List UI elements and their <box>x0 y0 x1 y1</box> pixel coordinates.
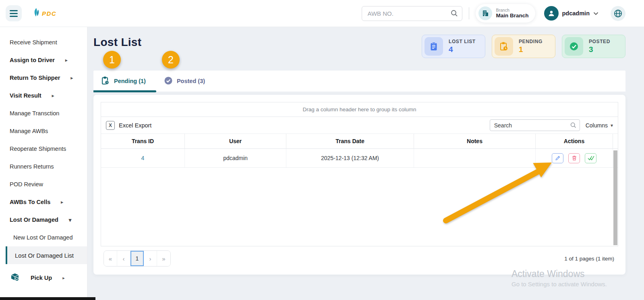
logo-leaf-icon <box>33 8 40 19</box>
arrow-right-icon: ▸ <box>61 200 63 205</box>
sidebar-item-reoperate-shipments[interactable]: Reoperate Shipments <box>0 140 87 158</box>
tab-strip: Pending (1) Posted (3) <box>93 71 625 92</box>
stat-card-pending[interactable]: PENDING 1 <box>492 35 555 58</box>
sidebar-item-label: Return To Shipper <box>10 75 60 81</box>
excel-icon: X <box>106 121 115 130</box>
sidebar-item-label: Lost Or Damaged <box>10 217 58 223</box>
first-page-button[interactable]: « <box>104 251 117 266</box>
next-page-button[interactable]: › <box>144 251 157 266</box>
grid-empty-area <box>101 168 618 246</box>
sidebar-item-return-to-shipper[interactable]: Return To Shipper ▸ <box>0 69 87 87</box>
check-circle-icon <box>565 37 583 56</box>
excel-export-label: Excel Export <box>119 122 151 129</box>
column-header-trans-id[interactable]: Trans ID <box>101 134 185 148</box>
search-icon[interactable] <box>570 122 577 130</box>
grid-search-input[interactable] <box>490 119 580 131</box>
annotation-badge-1: 1 <box>103 51 121 69</box>
sidebar-item-pod-review[interactable]: POD Review <box>0 175 87 193</box>
column-header-user[interactable]: User <box>185 134 286 148</box>
sidebar: Receive Shipment Assign to Driver ▸ Retu… <box>0 27 87 300</box>
tab-posted[interactable]: Posted (3) <box>156 71 215 92</box>
table-row: 4 pdcadmin 2025-12-13 (12:32 AM) <box>101 149 618 168</box>
branch-name: Main Branch <box>496 12 529 19</box>
sidebar-item-pick-up[interactable]: Pick Up ▸ <box>0 269 87 287</box>
grid-search-box <box>490 119 580 131</box>
stat-label: LOST LIST <box>449 39 476 45</box>
sidebar-item-label: POD Review <box>10 181 43 188</box>
excel-export-button[interactable]: X Excel Export <box>106 121 151 130</box>
sidebar-item-label: Manage AWBs <box>10 128 48 134</box>
caret-down-icon: ▾ <box>611 123 613 128</box>
pagination-info: 1 of 1 pages (1 item) <box>564 256 614 262</box>
tab-label: Pending (1) <box>114 78 146 84</box>
sidebar-item-label: Receive Shipment <box>10 39 57 46</box>
awb-search-box <box>362 6 462 21</box>
awb-search-input[interactable] <box>362 6 462 21</box>
sidebar-item-label: New Lost Or Damaged <box>13 234 72 241</box>
sidebar-item-label: Reoperate Shipments <box>10 146 66 152</box>
sidebar-item-manage-transction[interactable]: Manage Transction <box>0 104 87 122</box>
menu-icon[interactable] <box>6 5 22 21</box>
page-number-button[interactable]: 1 <box>130 251 144 266</box>
columns-label: Columns <box>586 122 608 129</box>
cell-user: pdcadmin <box>185 149 286 167</box>
grid-toolbar: X Excel Export <box>101 117 618 134</box>
sidebar-item-label: AWBs To Cells <box>10 199 50 205</box>
sidebar-item-visit-result[interactable]: Visit Result ▸ <box>0 87 87 104</box>
username: pdcadmin <box>562 10 590 17</box>
arrow-right-icon: ▸ <box>65 58 68 63</box>
last-page-button[interactable]: » <box>157 251 170 266</box>
columns-chooser-button[interactable]: Columns ▾ <box>586 122 613 129</box>
sidebar-item-lost-or-damaged-list[interactable]: Lost Or Damaged List <box>6 246 87 264</box>
bottom-edge-bar <box>0 297 95 300</box>
arrow-right-icon: ▸ <box>62 275 65 281</box>
stat-value: 1 <box>519 45 543 54</box>
sidebar-item-manage-awbs[interactable]: Manage AWBs <box>0 122 87 140</box>
prev-page-button[interactable]: ‹ <box>117 251 130 266</box>
sidebar-item-label: Runners Returns <box>10 163 54 170</box>
user-menu[interactable]: pdcadmin <box>544 6 598 21</box>
column-header-trans-date[interactable]: Trans Date <box>286 134 414 148</box>
tab-pending[interactable]: Pending (1) <box>93 71 156 92</box>
sidebar-item-label: Assign to Driver <box>10 57 55 63</box>
column-header-actions[interactable]: Actions <box>536 134 613 148</box>
sidebar-item-label: Visit Result <box>10 92 41 99</box>
search-icon[interactable] <box>450 9 458 19</box>
pagination-bar: « ‹ 1 › » 1 of 1 pages (1 item) <box>101 250 618 267</box>
branch-selector[interactable]: Branch Main Branch <box>476 4 535 23</box>
sidebar-item-new-lost-or-damaged[interactable]: New Lost Or Damaged <box>0 229 87 246</box>
cell-trans-date: 2025-12-13 (12:32 AM) <box>286 149 414 167</box>
delete-button[interactable] <box>568 153 580 163</box>
app-logo[interactable]: PDC <box>33 8 56 19</box>
sidebar-item-lost-or-damaged[interactable]: Lost Or Damaged ▾ <box>0 211 87 229</box>
sidebar-item-label: Pick Up <box>31 275 52 281</box>
user-avatar-icon <box>544 6 559 21</box>
language-globe-icon[interactable] <box>611 6 625 21</box>
approve-button[interactable] <box>585 153 596 163</box>
clipboard-clock-icon <box>101 76 110 87</box>
stat-card-lost-list[interactable]: LOST LIST 4 <box>422 35 485 58</box>
stat-value: 3 <box>589 45 610 54</box>
tab-label: Posted (3) <box>177 78 205 84</box>
column-header-notes[interactable]: Notes <box>414 134 536 148</box>
sidebar-item-label: Manage Transction <box>10 110 59 117</box>
sidebar-item-runners-returns[interactable]: Runners Returns <box>0 158 87 175</box>
trans-id-link[interactable]: 4 <box>141 155 145 161</box>
vertical-scrollbar[interactable] <box>613 150 617 245</box>
sidebar-item-assign-to-driver[interactable]: Assign to Driver ▸ <box>0 51 87 69</box>
branch-label: Branch <box>496 8 529 12</box>
sidebar-item-receive-shipment[interactable]: Receive Shipment <box>0 33 87 51</box>
scroll-gutter <box>613 134 618 148</box>
sidebar-item-label: Lost Or Damaged List <box>15 252 74 259</box>
clipboard-clock-icon <box>495 37 513 56</box>
arrow-right-icon: ▸ <box>52 93 54 98</box>
arrow-right-icon: ▸ <box>70 75 73 81</box>
stat-card-posted[interactable]: POSTED 3 <box>562 35 625 58</box>
edit-button[interactable] <box>552 153 563 163</box>
logo-text: PDC <box>42 10 56 17</box>
top-header: PDC Branch Main Branch <box>0 0 644 27</box>
header-divider <box>469 7 469 19</box>
sidebar-item-awbs-to-cells[interactable]: AWBs To Cells ▸ <box>0 193 87 211</box>
caret-down-icon: ▾ <box>69 217 72 223</box>
stat-cards: LOST LIST 4 PENDING <box>422 35 625 58</box>
